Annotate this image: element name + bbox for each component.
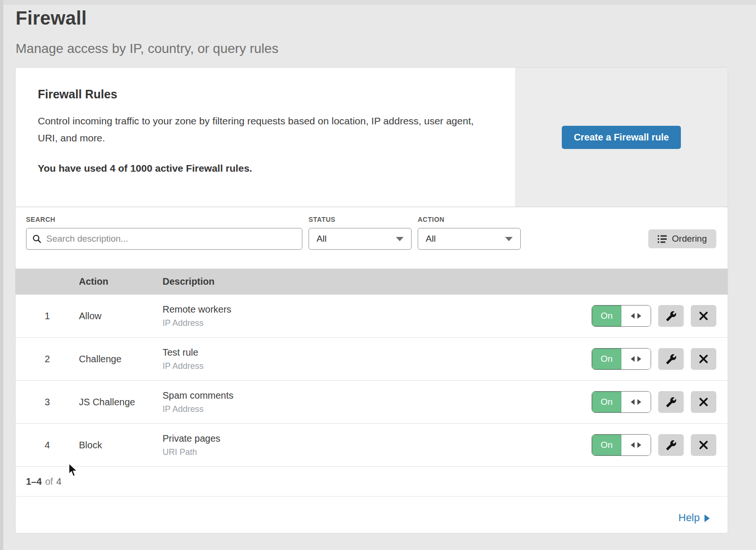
toggle-on-segment[interactable]: On [592,306,621,326]
create-firewall-rule-button[interactable]: Create a Firewall rule [562,126,680,149]
action-filter-group: ACTION All [418,216,521,250]
delete-rule-button[interactable] [691,348,716,370]
rule-controls: On [592,305,716,327]
wrench-icon [666,440,677,451]
search-box [26,228,302,250]
arrow-right-icon [637,399,641,405]
status-filter-group: STATUS All [309,216,412,250]
page-header: Firewall Manage access by IP, country, o… [0,0,756,68]
table-row: 1 Allow Remote workers IP Address On [16,295,728,338]
firewall-rules-title: Firewall Rules [38,87,487,101]
arrow-right-icon [637,313,641,319]
toggle-switch-segment[interactable] [621,349,651,369]
table-row: 4 Block Private pages URI Path On [16,424,728,467]
rule-action: JS Challenge [79,397,163,408]
action-select[interactable]: All [418,228,521,250]
toggle-switch-segment[interactable] [621,392,651,412]
rule-enabled-toggle[interactable]: On [592,391,651,413]
ordering-button-label: Ordering [672,234,707,244]
search-icon [32,234,42,244]
rule-description-cell: Remote workers IP Address [163,304,592,328]
arrow-right-icon [637,356,641,362]
pagination-total: 4 [56,476,61,487]
rule-description-cell: Private pages URI Path [163,433,592,457]
delete-rule-button[interactable] [691,434,716,456]
firewall-rules-usage: You have used 4 of 1000 active Firewall … [38,163,487,174]
edit-rule-button[interactable] [658,305,684,327]
rule-enabled-toggle[interactable]: On [592,305,651,327]
close-icon [699,440,708,450]
chevron-down-icon [505,237,513,241]
delete-rule-button[interactable] [691,391,716,413]
pagination-range: 1–4 [26,476,42,487]
ordering-button[interactable]: Ordering [648,229,716,248]
arrow-left-icon [631,399,635,405]
close-icon [699,397,708,407]
firewall-rules-description: Control incoming traffic to your zone by… [38,113,487,147]
toggle-on-segment[interactable]: On [592,392,621,412]
wrench-icon [666,397,677,408]
status-label: STATUS [309,216,412,223]
rule-match-type: IP Address [163,361,592,371]
toggle-switch-segment[interactable] [621,306,651,326]
rules-list-card: SEARCH STATUS All ACTION All [16,207,728,533]
card-footer: Help [16,497,728,533]
toggle-switch-segment[interactable] [621,435,651,455]
search-input[interactable] [46,234,296,244]
edit-rule-button[interactable] [658,348,684,370]
help-link[interactable]: Help [679,512,710,524]
help-link-label: Help [679,512,700,524]
rule-priority: 3 [16,397,79,408]
rule-match-type: IP Address [163,404,592,414]
delete-rule-button[interactable] [691,305,716,327]
rule-action: Block [79,440,163,451]
ordered-list-icon [658,235,667,243]
close-icon [699,311,708,321]
arrow-left-icon [631,442,635,448]
rule-enabled-toggle[interactable]: On [592,434,651,456]
description-column-header: Description [163,276,728,287]
action-column-header: Action [79,276,163,287]
firewall-rules-info: Firewall Rules Control incoming traffic … [16,68,515,207]
firewall-rules-card: Firewall Rules Control incoming traffic … [16,68,728,207]
page-subtitle: Manage access by IP, country, or query r… [16,41,756,56]
action-label: ACTION [418,216,521,223]
window-edge-left [0,0,3,550]
wrench-icon [666,311,677,322]
status-select[interactable]: All [309,228,412,250]
rule-description: Remote workers [163,304,592,315]
wrench-icon [666,354,677,365]
rule-priority: 4 [16,440,79,451]
rule-priority: 2 [16,354,79,365]
search-filter-group: SEARCH [26,216,302,250]
pagination: 1–4 of 4 [16,467,728,497]
toggle-on-segment[interactable]: On [592,349,621,369]
rule-action: Allow [79,311,163,322]
action-selected-value: All [426,234,436,244]
status-selected-value: All [317,234,326,244]
table-row: 2 Challenge Test rule IP Address On [16,338,728,381]
rule-controls: On [592,391,716,413]
rule-enabled-toggle[interactable]: On [592,348,651,370]
rule-match-type: IP Address [163,318,592,328]
rule-description-cell: Spam comments IP Address [163,390,592,414]
rule-description-cell: Test rule IP Address [163,347,592,371]
rule-action: Challenge [79,354,163,365]
arrow-right-icon [637,442,641,448]
edit-rule-button[interactable] [658,391,684,413]
table-row: 3 JS Challenge Spam comments IP Address … [16,381,728,424]
rule-description: Test rule [163,347,592,358]
table-header: Action Description [16,269,728,295]
arrow-left-icon [631,356,635,362]
close-icon [699,354,708,364]
arrow-left-icon [631,313,635,319]
rule-description: Spam comments [163,390,592,401]
rule-controls: On [592,434,716,456]
toggle-on-segment[interactable]: On [592,435,621,455]
rule-priority: 1 [16,311,79,322]
page-title: Firewall [16,8,756,29]
edit-rule-button[interactable] [658,434,684,456]
filters-bar: SEARCH STATUS All ACTION All [16,207,728,269]
rule-controls: On [592,348,716,370]
rule-description: Private pages [163,433,592,444]
